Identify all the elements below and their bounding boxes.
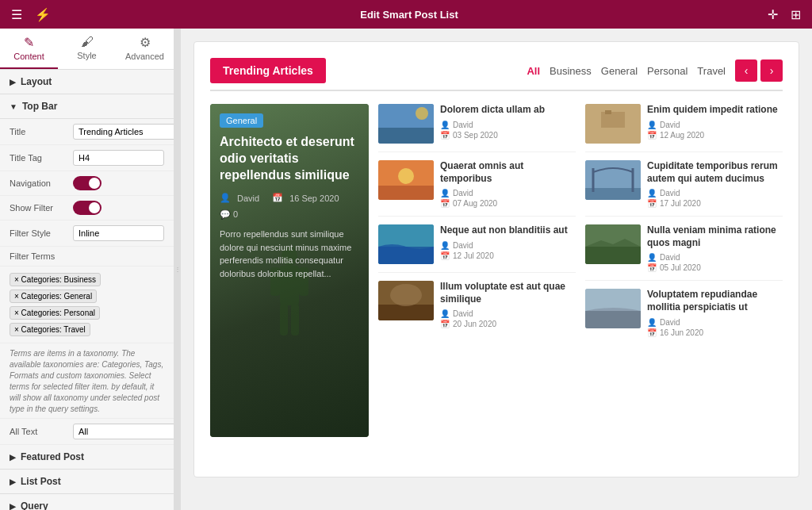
layout-section-label: Layout [21, 76, 52, 87]
date-icon: 📅 [647, 199, 657, 208]
filter-next-button[interactable]: › [760, 59, 783, 82]
svg-rect-27 [585, 311, 641, 328]
svg-rect-18 [601, 112, 625, 128]
article-info: Cupiditate temporibus rerum autem qui au… [647, 160, 783, 208]
article-info: Illum voluptate est aut quae similique 👤… [440, 281, 576, 328]
article-author: David [453, 189, 473, 197]
featured-post-header[interactable]: ▶ Featured Post [0, 445, 174, 469]
article-author: David [660, 253, 680, 262]
menu-icon[interactable]: ☰ [8, 4, 25, 25]
title-tag-select[interactable]: H4 [73, 150, 164, 166]
list-post-header[interactable]: ▶ List Post [0, 470, 174, 493]
show-filter-label: Show Filter [10, 203, 73, 213]
article-date: 12 Aug 2020 [660, 131, 704, 140]
tab-content[interactable]: ✎ Content [0, 29, 58, 69]
filter-nav: ‹ › [735, 59, 783, 82]
list-item[interactable]: Enim quidem impedit ratione 👤 David 📅 12… [585, 104, 783, 152]
featured-title: Architecto et deserunt odio veritatis re… [220, 134, 359, 183]
article-title: Dolorem dicta ullam ab [440, 104, 576, 117]
filter-tab-travel[interactable]: Travel [697, 63, 726, 79]
list-item[interactable]: Quaerat omnis aut temporibus 👤 David 📅 0… [378, 160, 576, 217]
tab-advanced[interactable]: ⚙ Advanced [116, 29, 174, 69]
topbar-section-header[interactable]: ▼ Top Bar [0, 94, 174, 119]
layout-section: ▶ Layout [0, 70, 174, 94]
article-info: Voluptatem repudiandae mollitia perspici… [647, 289, 783, 336]
featured-article[interactable]: General Architecto et deserunt odio veri… [210, 104, 369, 437]
list-item[interactable]: Illum voluptate est aut quae similique 👤… [378, 281, 576, 336]
featured-calendar-icon: 📅 [272, 193, 283, 203]
grid-icon[interactable]: ⊞ [787, 4, 804, 25]
author-icon: 👤 [647, 189, 657, 197]
move-icon[interactable]: ✛ [764, 4, 781, 25]
author-icon: 👤 [440, 189, 450, 197]
navigation-label: Navigation [10, 178, 73, 188]
article-info: Dolorem dicta ullam ab 👤 David 📅 03 Sep … [440, 104, 576, 140]
date-icon: 📅 [647, 263, 657, 272]
article-date: 05 Jul 2020 [660, 263, 701, 272]
all-text-input[interactable] [73, 424, 174, 439]
article-author: David [453, 121, 473, 129]
title-tag-label: Title Tag [10, 153, 73, 163]
article-title: Nulla veniam minima ratione quos magni [647, 224, 783, 249]
all-text-row: All Text [0, 419, 174, 445]
featured-category: General [220, 113, 263, 128]
svg-rect-15 [378, 305, 434, 320]
all-text-label: All Text [10, 427, 73, 436]
show-filter-toggle[interactable] [73, 201, 102, 215]
title-input[interactable] [73, 124, 174, 140]
list-item[interactable]: Cupiditate temporibus rerum autem qui au… [585, 160, 783, 217]
tab-content-label: Content [13, 52, 44, 61]
article-date-row: 📅 12 Jul 2020 [440, 251, 576, 260]
featured-meta: 👤 David 📅 16 Sep 2020 [220, 193, 359, 203]
filter-prev-button[interactable]: ‹ [735, 59, 757, 82]
author-icon: 👤 [647, 253, 657, 262]
article-date: 12 Jul 2020 [453, 251, 494, 260]
style-icon: 🖌 [81, 35, 94, 49]
tab-style-label: Style [77, 51, 96, 60]
article-thumbnail [378, 224, 434, 264]
article-thumbnail [585, 289, 641, 328]
date-icon: 📅 [647, 131, 657, 140]
filter-tab-general[interactable]: General [601, 63, 638, 79]
article-info: Quaerat omnis aut temporibus 👤 David 📅 0… [440, 160, 576, 208]
tab-style[interactable]: 🖌 Style [58, 29, 116, 69]
filter-term-personal[interactable]: × Categories: Personal [10, 306, 100, 320]
list-item[interactable]: Voluptatem repudiandae mollitia perspici… [585, 289, 783, 344]
filter-tab-personal[interactable]: Personal [647, 63, 688, 79]
article-info: Neque aut non blanditiis aut 👤 David 📅 1… [440, 224, 576, 260]
resize-handle[interactable]: ⋮ [174, 29, 181, 510]
filter-term-business[interactable]: × Categories: Business [10, 273, 101, 286]
article-meta: 👤 David [440, 121, 576, 129]
article-date: 17 Jul 2020 [660, 199, 701, 208]
filter-term-general[interactable]: × Categories: General [10, 290, 97, 303]
preview-container: Trending Articles All Business General P… [193, 41, 799, 477]
filter-style-select[interactable]: Inline Dropdown [73, 225, 164, 241]
article-title: Cupiditate temporibus rerum autem qui au… [647, 160, 783, 185]
article-date: 03 Sep 2020 [453, 131, 498, 140]
filter-term-travel[interactable]: × Categories: Travel [10, 323, 90, 336]
article-thumbnail [585, 224, 641, 264]
lightning-icon[interactable]: ⚡ [32, 4, 54, 25]
query-header[interactable]: ▶ Query [0, 494, 174, 510]
article-date-row: 📅 03 Sep 2020 [440, 131, 576, 140]
date-icon: 📅 [647, 328, 657, 337]
list-item[interactable]: Dolorem dicta ullam ab 👤 David 📅 03 Sep … [378, 104, 576, 152]
article-date: 07 Aug 2020 [453, 199, 497, 208]
topbar-arrow-icon: ▼ [10, 102, 17, 111]
list-item[interactable]: Nulla veniam minima ratione quos magni 👤… [585, 224, 783, 281]
filter-style-label: Filter Style [10, 228, 73, 238]
filter-terms-label: Filter Terms [10, 251, 73, 261]
list-item[interactable]: Neque aut non blanditiis aut 👤 David 📅 1… [378, 224, 576, 273]
filter-tab-all[interactable]: All [527, 63, 540, 79]
article-author: David [660, 189, 680, 197]
article-date-row: 📅 07 Aug 2020 [440, 199, 576, 208]
layout-section-header[interactable]: ▶ Layout [0, 70, 174, 94]
article-meta: 👤 David [440, 241, 576, 250]
date-icon: 📅 [440, 199, 450, 208]
featured-excerpt: Porro repellendus sunt similique dolore … [220, 228, 359, 280]
navigation-row: Navigation [0, 171, 174, 196]
featured-content: General Architecto et deserunt odio veri… [210, 104, 369, 437]
article-thumbnail [585, 104, 641, 144]
navigation-toggle[interactable] [73, 176, 102, 190]
filter-tab-business[interactable]: Business [550, 63, 592, 79]
